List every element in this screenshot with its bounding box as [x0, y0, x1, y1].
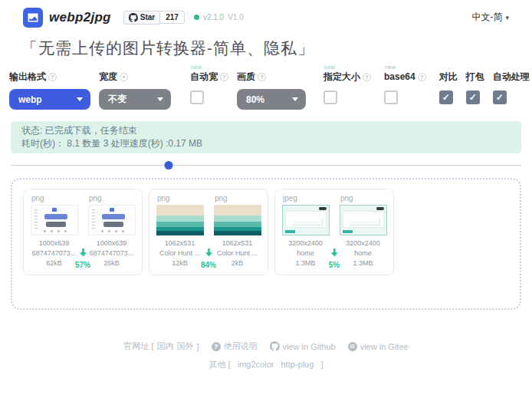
converted-image[interactable]: png 3200x2400 home 1.3MB	[334, 194, 392, 268]
thumbnail-diagram[interactable]	[31, 205, 78, 235]
link-img2color[interactable]: img2color	[238, 360, 274, 369]
progress-slider	[11, 160, 521, 170]
image-name: home	[288, 249, 323, 258]
original-image[interactable]: png 1062x531 Color Hunt ... 12kB	[151, 194, 209, 268]
language-selector[interactable]: 中文-简 ▾	[471, 11, 509, 24]
thumbnail-diagram[interactable]	[88, 205, 136, 235]
format-label: png	[89, 194, 102, 202]
width-label: 宽度 +	[99, 71, 171, 82]
thumbnail-color-stripes[interactable]	[156, 205, 204, 235]
github-star-count[interactable]: 217	[160, 11, 185, 24]
github-link[interactable]: view in Github	[270, 341, 336, 351]
help-link[interactable]: ? 使用说明	[212, 341, 258, 352]
image-size: 62kB	[32, 258, 77, 268]
base64-checkbox[interactable]	[384, 91, 398, 104]
width-select[interactable]: 不变	[99, 89, 171, 110]
auto-width-checkbox[interactable]	[190, 91, 204, 104]
download-icon	[78, 249, 87, 258]
image-dimensions: 1000x639	[32, 239, 77, 249]
output-format-select[interactable]: webp	[9, 89, 90, 110]
image-name: 6874747073...	[90, 249, 134, 258]
new-tag: new	[324, 64, 335, 70]
gitee-icon: G	[348, 342, 357, 351]
download-icon	[330, 249, 338, 258]
quality-select[interactable]: 80%	[237, 89, 306, 110]
download-button[interactable]: 57%	[75, 247, 90, 269]
chevron-down-icon	[77, 97, 83, 101]
site-prefix: 官网址 [	[123, 341, 153, 352]
image-name: 6874747073...	[32, 249, 77, 258]
others-suffix: ]	[320, 360, 323, 369]
site-suffix: ]	[196, 342, 199, 351]
control-pack: 打包	[466, 71, 484, 104]
control-width: 宽度 + 不变	[99, 71, 171, 110]
thumbnail-color-stripes[interactable]	[214, 205, 261, 235]
link-abroad[interactable]: 国外	[176, 341, 193, 352]
download-button[interactable]: 5%	[329, 247, 340, 269]
info-icon[interactable]: ?	[418, 73, 426, 81]
gitee-link-label: view in Gitee	[360, 342, 409, 351]
add-icon[interactable]: +	[120, 73, 128, 81]
auto-width-label: 自动宽 ?	[190, 71, 228, 82]
image-size: 2kB	[217, 258, 258, 268]
compare-label: 对比	[439, 71, 458, 82]
status-line-1: 状态: 已完成下载，任务结束	[21, 124, 511, 137]
original-image[interactable]: jpeg 3200x2400 home 1.3MB	[277, 194, 334, 268]
result-card: png 1000x639 6874747073... 62kB png	[23, 189, 143, 275]
github-icon	[129, 13, 138, 22]
thumbnail-screenshot[interactable]	[282, 205, 330, 235]
auto-process-checkbox[interactable]	[493, 91, 507, 104]
thumbnail-screenshot[interactable]	[340, 205, 387, 235]
image-size: 26kB	[90, 258, 134, 268]
size-limit-checkbox[interactable]	[323, 91, 337, 104]
result-card: jpeg 3200x2400 home 1.3MB png	[274, 189, 394, 275]
compression-percent: 57%	[75, 261, 90, 269]
format-label: png	[340, 194, 353, 202]
image-dropzone[interactable]: png 1000x639 6874747073... 62kB png	[11, 178, 521, 310]
image-dimensions: 1062x531	[217, 239, 258, 249]
top-bar: webp2jpg Star 217 v2.1.0 V1.0 中文-简 ▾	[0, 0, 532, 28]
github-link-label: view in Github	[283, 342, 336, 351]
format-label: png	[157, 194, 170, 202]
quality-value: 80%	[246, 94, 264, 105]
result-cards: png 1000x639 6874747073... 62kB png	[23, 189, 509, 275]
image-size: 12kB	[159, 258, 200, 268]
github-star-widget[interactable]: Star 217	[123, 11, 185, 25]
converted-image[interactable]: png 1000x639 6874747073... 26kB	[83, 194, 140, 268]
base64-label: base64 ?	[384, 71, 426, 82]
compare-checkbox[interactable]	[439, 91, 453, 104]
image-name: Color Hunt ...	[217, 249, 258, 258]
compression-percent: 84%	[201, 261, 216, 269]
download-button[interactable]: 84%	[201, 247, 216, 269]
github-star-button[interactable]: Star	[123, 11, 160, 25]
image-size: 1.3MB	[288, 258, 323, 268]
info-icon[interactable]: ?	[220, 73, 228, 81]
image-dimensions: 1062x531	[159, 239, 200, 249]
info-icon[interactable]: ?	[363, 73, 371, 81]
compression-percent: 5%	[329, 261, 340, 269]
control-quality: 画质 ? 80%	[237, 71, 306, 110]
link-http-plug[interactable]: http-plug	[281, 360, 314, 369]
info-icon[interactable]: ?	[48, 73, 57, 81]
other-links: 其他 [ img2color http-plug ]	[0, 359, 532, 370]
original-image[interactable]: png 1000x639 6874747073... 62kB	[25, 194, 83, 268]
control-auto-process: 自动处理	[493, 71, 530, 104]
control-base64: new base64 ?	[384, 71, 426, 104]
status-panel: 状态: 已完成下载，任务结束 耗时(秒)： 8.1 数量 3 处理速度(秒) :…	[11, 121, 521, 153]
format-label: jpeg	[283, 194, 297, 202]
ui-version: V1.0	[228, 13, 244, 21]
width-value: 不变	[108, 93, 126, 106]
app-version: v2.1.0	[203, 13, 224, 21]
slider-track[interactable]	[11, 165, 521, 166]
new-tag: new	[385, 64, 396, 70]
gitee-link[interactable]: G view in Gitee	[348, 342, 409, 351]
github-star-label: Star	[140, 13, 155, 21]
app-title: webp2jpg	[49, 10, 111, 25]
pack-checkbox[interactable]	[466, 91, 480, 104]
info-icon[interactable]: ?	[258, 73, 266, 81]
converted-image[interactable]: png 1062x531 Color Hunt ... 2kB	[209, 194, 266, 268]
slider-handle[interactable]	[165, 161, 173, 170]
github-icon	[270, 341, 280, 351]
link-domestic[interactable]: 国内	[156, 341, 173, 352]
control-size-limit: new 指定大小 ?	[323, 71, 371, 104]
